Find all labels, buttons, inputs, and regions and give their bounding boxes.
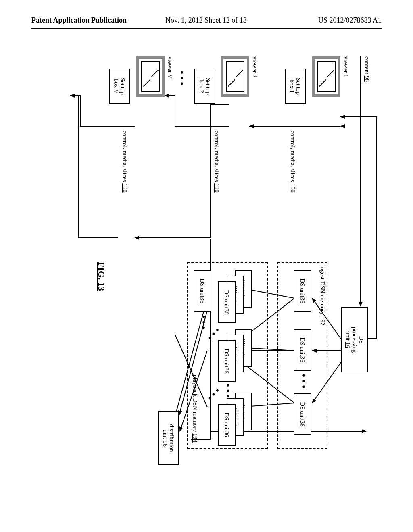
- pb-dots-h1: •••: [223, 384, 233, 400]
- playback-label: playback DSN memory 194: [192, 375, 198, 443]
- page-header: Patent Application Publication Nov. 1, 2…: [0, 16, 413, 28]
- figure-inner: content 98 DS processing unit 16 ingest …: [24, 44, 389, 484]
- header-right: US 2012/0278683 A1: [318, 16, 382, 25]
- dist-line2: unit 96: [162, 430, 169, 447]
- dist-line1: distribution: [169, 424, 175, 452]
- tv-screen-mark: [319, 79, 326, 87]
- page: Patent Application Publication Nov. 1, 2…: [0, 0, 413, 532]
- dsproc-line3: unit 16: [344, 331, 351, 348]
- pb-stack2-front: DS unit 36: [218, 340, 236, 382]
- dsproc-line1: DS: [358, 336, 365, 343]
- ingest-label: ingest DSN memory 192: [319, 265, 326, 326]
- tv-screen-mark: [228, 79, 235, 87]
- stb-1: Set top box 1: [285, 69, 306, 104]
- figure-number: FIG. 13: [96, 262, 106, 291]
- content-label: content 98: [363, 56, 370, 82]
- tv-screen-mark: [327, 70, 334, 77]
- figure-canvas: content 98 DS processing unit 16 ingest …: [0, 44, 389, 409]
- cms-label-V: control, media, slices 100: [121, 131, 128, 193]
- pb-stack3-front: DS unit 36: [218, 404, 236, 446]
- stb-V: Set top box V: [109, 69, 130, 104]
- stb-2: Set top box 2: [194, 69, 215, 104]
- viewer-dots: •••: [177, 71, 187, 87]
- tv-screen-mark: [236, 70, 243, 77]
- tv-screen-mark: [151, 70, 159, 77]
- tv-screen-mark: [143, 79, 150, 87]
- header-left: Patent Application Publication: [31, 16, 127, 25]
- content-ref: 98: [364, 76, 370, 82]
- tv-inner-icon: [226, 61, 244, 92]
- pb-dots-h2: •••: [198, 315, 209, 332]
- header-rule: [31, 28, 382, 29]
- ds-processing-unit: DS processing unit 16: [341, 307, 368, 372]
- tv-inner-icon: [141, 61, 160, 92]
- cms-label-1: control, media, slices 100: [289, 131, 296, 193]
- viewer-V-tv: [136, 56, 165, 97]
- ingest-dsunit-1: DS unit 36: [294, 270, 311, 312]
- content-text: content: [364, 56, 370, 76]
- pb-front1: DS unit 36: [194, 270, 211, 312]
- viewer-2-tv: [221, 56, 249, 97]
- ingest-dsunit-3: DS unit 36: [294, 393, 311, 435]
- pb-stack1-front: DS unit 36: [218, 281, 236, 323]
- ingest-dots: •••: [298, 374, 309, 391]
- tv-inner-icon: [317, 61, 336, 92]
- viewer-2-label: viewer 2: [251, 56, 258, 77]
- viewer-1-label: viewer 1: [342, 56, 349, 77]
- ingest-dsunit-2: DS unit 36: [294, 329, 311, 371]
- header-mid: Nov. 1, 2012 Sheet 12 of 13: [165, 16, 247, 25]
- cms-label-2: control, media, slices 100: [213, 131, 220, 193]
- viewer-V-label: viewer V: [167, 56, 173, 79]
- viewer-1-tv: [312, 56, 340, 97]
- dsproc-line2: processing: [351, 327, 358, 353]
- distribution-unit: distribution unit 96: [158, 411, 179, 465]
